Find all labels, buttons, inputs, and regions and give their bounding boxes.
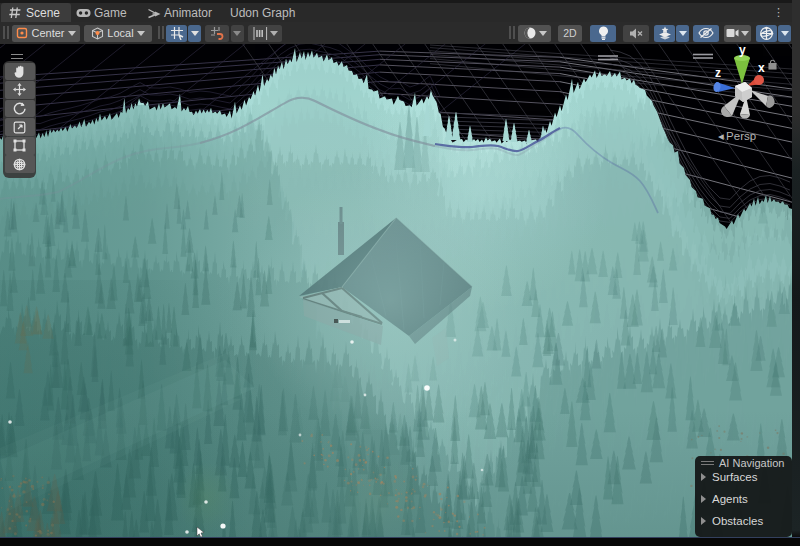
- svg-text:z: z: [715, 66, 721, 80]
- svg-text:y: y: [739, 44, 746, 57]
- svg-text:x: x: [758, 61, 765, 75]
